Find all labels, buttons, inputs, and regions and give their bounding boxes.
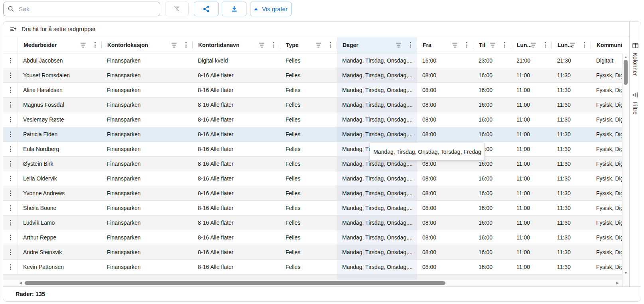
row-menu-icon[interactable]: [10, 131, 11, 138]
table-row[interactable]: Magnus FossdalFinansparken8-16 Alle flat…: [3, 98, 622, 112]
column-menu-icon[interactable]: [185, 42, 187, 49]
filter-icon[interactable]: [396, 42, 401, 48]
scroll-down-arrow[interactable]: ▼: [624, 271, 628, 275]
cell[interactable]: Finansparken: [102, 260, 193, 274]
cell[interactable]: Fysisk, Dig: [591, 171, 622, 186]
cell[interactable]: 8-16 Alle flater: [193, 171, 280, 186]
cell[interactable]: 8-16 Alle flater: [193, 142, 280, 156]
cell[interactable]: 11:00: [511, 127, 552, 141]
cell[interactable]: Felles: [280, 201, 337, 215]
column-header[interactable]: Kontorlokasjon: [102, 37, 193, 53]
cell[interactable]: Aline Haraldsen: [18, 83, 102, 97]
cell[interactable]: Patricia Elden: [18, 127, 102, 141]
share-button[interactable]: [194, 2, 219, 16]
cell[interactable]: Finansparken: [102, 157, 193, 171]
table-row[interactable]: Eula NordbergFinansparken8-16 Alle flate…: [3, 142, 622, 157]
table-row[interactable]: Arthur ReppeFinansparken8-16 Alle flater…: [3, 230, 622, 245]
cell[interactable]: 8-16 Alle flater: [193, 260, 280, 274]
cell[interactable]: Mandag, Tirsdag, Onsdag,...: [337, 171, 417, 186]
search-input[interactable]: [18, 5, 156, 13]
cell[interactable]: Fysisk, Dig: [591, 112, 622, 127]
cell[interactable]: Mandag, Tirsdag, Onsdag,...: [337, 127, 417, 141]
cell[interactable]: Finansparken: [102, 83, 193, 97]
cell[interactable]: Digital kveld: [193, 53, 280, 68]
cell[interactable]: 11:30: [552, 142, 591, 156]
cell[interactable]: Felles: [280, 98, 337, 112]
cell[interactable]: 16:00: [473, 230, 511, 245]
cell[interactable]: 11:30: [552, 171, 591, 186]
cell[interactable]: Abdul Jacobsen: [18, 53, 102, 68]
cell[interactable]: 16:00: [473, 98, 511, 112]
row-menu-icon[interactable]: [10, 87, 11, 94]
row-menu-icon[interactable]: [10, 102, 11, 108]
cell[interactable]: 21:00: [511, 53, 552, 68]
cell[interactable]: Fysisk, Dig: [591, 98, 622, 112]
row-menu-icon[interactable]: [10, 57, 11, 64]
show-charts-button[interactable]: Vis grafer: [250, 2, 291, 16]
table-row[interactable]: Yousef RomsdalenFinansparken8-16 Alle fl…: [3, 68, 622, 83]
scroll-right-arrow[interactable]: ▶: [616, 281, 619, 285]
cell[interactable]: 11:30: [552, 127, 591, 141]
cell[interactable]: Fysisk, Dig: [591, 186, 622, 200]
cell[interactable]: Finansparken: [102, 171, 193, 186]
filter-icon[interactable]: [530, 42, 536, 48]
cell[interactable]: 8-16 Alle flater: [193, 83, 280, 97]
column-header[interactable]: Kommunikasjon: [591, 37, 622, 53]
cell[interactable]: Felles: [280, 186, 337, 200]
cell[interactable]: 21:30: [552, 53, 591, 68]
cell[interactable]: Finansparken: [102, 53, 193, 68]
cell[interactable]: 08:00: [417, 201, 473, 215]
column-header[interactable]: Lun...: [511, 37, 552, 53]
cell[interactable]: 16:00: [417, 53, 473, 68]
row-menu-icon[interactable]: [10, 234, 11, 241]
tab-filtre[interactable]: Filtre: [632, 92, 638, 114]
column-menu-icon[interactable]: [95, 42, 96, 49]
cell[interactable]: 11:00: [511, 68, 552, 82]
filter-icon[interactable]: [490, 42, 495, 48]
cell[interactable]: 11:00: [511, 98, 552, 112]
cell[interactable]: 08:00: [417, 112, 473, 127]
filter-icon[interactable]: [171, 42, 177, 48]
cell[interactable]: Felles: [280, 68, 337, 82]
cell[interactable]: Mandag, Tirsdag, Onsdag,...: [337, 260, 417, 274]
scroll-left-arrow[interactable]: ◀: [19, 281, 22, 285]
cell[interactable]: Yvonne Andrews: [18, 186, 102, 200]
cell[interactable]: 8-16 Alle flater: [193, 230, 280, 245]
cell[interactable]: Finansparken: [102, 216, 193, 230]
cell[interactable]: Fysisk, Dig: [591, 142, 622, 156]
row-group-panel[interactable]: Dra hit for å sette radgrupper: [3, 22, 641, 37]
cell[interactable]: 16:00: [473, 83, 511, 97]
column-header[interactable]: Type: [280, 37, 337, 53]
cell[interactable]: 11:30: [552, 98, 591, 112]
cell[interactable]: Finansparken: [102, 186, 193, 200]
cell[interactable]: Andre Steinsvik: [18, 245, 102, 259]
cell[interactable]: 8-16 Alle flater: [193, 186, 280, 200]
cell[interactable]: Mandag, Tirsdag, Onsdag,...: [337, 68, 417, 82]
horizontal-scrollbar[interactable]: ◀ ▶: [3, 280, 622, 286]
cell[interactable]: 11:00: [511, 171, 552, 186]
cell[interactable]: 16:00: [473, 127, 511, 141]
cell[interactable]: 8-16 Alle flater: [193, 98, 280, 112]
cell[interactable]: 11:30: [552, 245, 591, 259]
cell[interactable]: 11:00: [511, 142, 552, 156]
cell[interactable]: 11:00: [511, 260, 552, 274]
cell[interactable]: Finansparken: [102, 201, 193, 215]
cell[interactable]: Fysisk, Dig: [591, 216, 622, 230]
table-row[interactable]: Aline HaraldsenFinansparken8-16 Alle fla…: [3, 83, 622, 98]
column-menu-icon[interactable]: [504, 42, 505, 49]
cell[interactable]: 8-16 Alle flater: [193, 157, 280, 171]
cell[interactable]: Felles: [280, 260, 337, 274]
cell[interactable]: Finansparken: [102, 142, 193, 156]
cell[interactable]: Felles: [280, 171, 337, 186]
filter-icon[interactable]: [80, 42, 86, 48]
table-row[interactable]: Ludvik LamoFinansparken8-16 Alle flaterF…: [3, 216, 622, 230]
cell[interactable]: 11:00: [511, 112, 552, 127]
filter-icon[interactable]: [452, 42, 457, 48]
cell[interactable]: Mandag, Tirsdag, Onsdag,...: [337, 186, 417, 200]
table-row[interactable]: Leila OldervikFinansparken8-16 Alle flat…: [3, 171, 622, 186]
column-menu-icon[interactable]: [466, 42, 467, 49]
cell[interactable]: 11:30: [552, 201, 591, 215]
vertical-scrollbar-thumb[interactable]: [624, 60, 628, 85]
filter-icon[interactable]: [569, 42, 575, 48]
vertical-scrollbar[interactable]: ▲ ▼: [622, 53, 629, 286]
